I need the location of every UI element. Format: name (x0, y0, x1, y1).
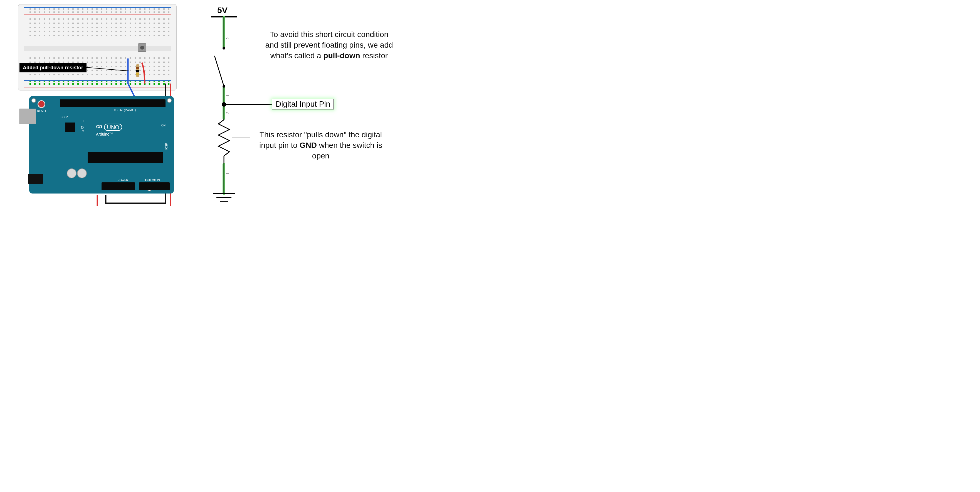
schematic-panel: 5V (193, 0, 428, 214)
rx-label: RX (81, 129, 84, 133)
digital-label: DIGITAL (PWM=~) (113, 109, 136, 112)
callout-label: Added pull-down resistor (19, 63, 86, 72)
annotation-top: To avoid this short circuit condition an… (264, 29, 395, 61)
callout-text: Added pull-down resistor (23, 65, 83, 70)
power-label: POWER (118, 179, 128, 182)
reset-label: RESET (37, 109, 46, 112)
power-rail-bottom (30, 80, 169, 85)
on-led-label: ON (161, 124, 165, 127)
analog-label: ANALOG IN (145, 179, 160, 182)
svg-line-0 (86, 67, 129, 71)
resistor-pin-1: 1 (226, 173, 230, 174)
usb-port (19, 109, 36, 124)
reset-button (38, 100, 45, 108)
l-led-label: L (83, 120, 85, 123)
terminal-strip-top (30, 18, 169, 38)
capacitors (67, 168, 87, 178)
tx-label: TX (81, 126, 84, 129)
breadboard-channel (24, 46, 171, 51)
icsp2-label: ICSP2 (60, 115, 68, 118)
power-rail-top (30, 8, 169, 13)
digital-header (60, 99, 165, 107)
switch-pin-2: 2 (226, 37, 230, 40)
atmega16u2 (65, 123, 75, 132)
brand-label: Arduino (96, 132, 109, 136)
annotation-bottom: This resistor "pulls down" the digital i… (257, 129, 385, 161)
breadboard (18, 4, 177, 91)
schematic-svg (201, 4, 274, 210)
power-header (102, 182, 135, 190)
pushbutton (138, 43, 146, 52)
breadboard-diagram-panel: Added pull-down resistor RESET DIGITAL (… (0, 0, 193, 214)
svg-line-7 (215, 56, 224, 86)
arduino-logo: ∞ UNO ArduinoTM (96, 121, 122, 136)
switch-pin-1: 1 (226, 94, 230, 97)
model-label: UNO (104, 124, 122, 131)
callout-leader-line (86, 64, 134, 72)
barrel-jack (28, 174, 43, 184)
pull-down-resistor (136, 64, 139, 77)
atmega328p-chip (88, 152, 163, 163)
arduino-uno-board: RESET DIGITAL (PWM=~) ICSP2 L TX RX ∞ UN… (29, 96, 174, 193)
icsp-label: ICSP (165, 143, 168, 150)
analog-header (139, 182, 170, 190)
svg-point-6 (223, 47, 225, 50)
resistor-pin-2: 2 (226, 112, 230, 114)
digital-input-pin-label: Digital Input Pin (272, 99, 334, 109)
